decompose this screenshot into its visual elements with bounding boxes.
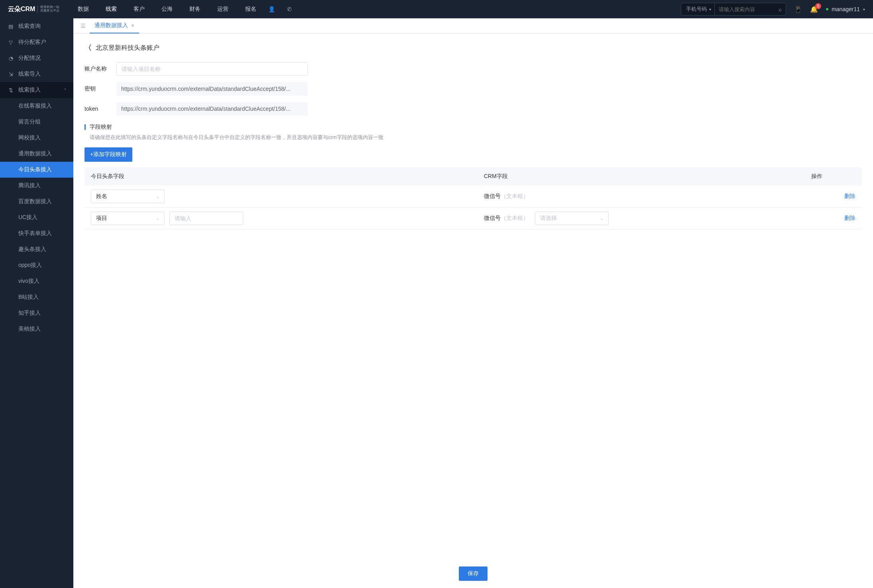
th-crm: CRM字段: [478, 167, 805, 186]
toutiao-field-select[interactable]: 项目⌄: [91, 212, 165, 225]
tab-menu-icon[interactable]: ☰: [77, 23, 90, 29]
sidebar-icon: ⇲: [7, 71, 14, 77]
device-icon[interactable]: 📱: [794, 6, 802, 13]
sidebar-sub-item[interactable]: 通用数据接入: [0, 146, 73, 162]
chevron-down-icon: ▾: [863, 7, 865, 12]
sidebar-item[interactable]: ◔分配情况: [0, 50, 73, 66]
sidebar-sub-item[interactable]: 留言分组: [0, 114, 73, 130]
nav-item[interactable]: 财务: [189, 6, 201, 13]
top-header: 云朵CRM 教育机构一站 式服务云平台 数据线索客户公海财务运营报名 👤 ✆ 手…: [0, 0, 873, 18]
sidebar-sub-item[interactable]: 知乎接入: [0, 305, 73, 321]
page-header: 〈 北京昱新科技头条账户: [85, 43, 862, 53]
user-menu[interactable]: manager11 ▾: [826, 6, 865, 12]
sidebar-item[interactable]: ⇲线索导入: [0, 66, 73, 82]
sidebar-sub-item[interactable]: 网校接入: [0, 130, 73, 146]
nav-item[interactable]: 线索: [106, 6, 117, 13]
sidebar-item[interactable]: ▽待分配客户: [0, 34, 73, 50]
account-name-label: 账户名称: [85, 65, 116, 73]
search-category-select[interactable]: 手机号码: [681, 3, 715, 15]
sidebar-sub-item[interactable]: 腾讯接入: [0, 178, 73, 194]
main-nav: 数据线索客户公海财务运营报名: [78, 6, 256, 13]
sidebar-sub-item[interactable]: vivo接入: [0, 273, 73, 289]
phone-icon[interactable]: ✆: [287, 6, 292, 12]
crm-field-select[interactable]: 请选择⌄: [535, 212, 609, 225]
table-row: 项目⌄微信号（文本框）请选择⌄删除: [85, 208, 862, 229]
main-panel: ☰ 通用数据接入 × 〈 北京昱新科技头条账户 账户名称 密钥 https://…: [73, 18, 873, 588]
token-label: token: [85, 106, 116, 112]
tab-bar: ☰ 通用数据接入 ×: [73, 18, 873, 33]
nav-item[interactable]: 运营: [217, 6, 228, 13]
sidebar-icon: ▤: [7, 24, 14, 29]
sidebar-sub-item[interactable]: 今日头条接入: [0, 162, 73, 178]
sidebar-icon: ▽: [7, 39, 14, 45]
chevron-up-icon: ˄: [64, 88, 66, 92]
table-row: 姓名⌄微信号（文本框）删除: [85, 186, 862, 208]
chevron-down-icon: ⌄: [600, 216, 604, 221]
field-mapping-desc: 请确保您在此填写的头条自定义字段名称与在今日头条平台中自定义的字段名称一致，并且…: [90, 134, 862, 141]
user-plus-icon[interactable]: 👤: [268, 6, 275, 12]
sidebar-item-expandable[interactable]: ⇅线索接入˄: [0, 82, 73, 98]
content: 〈 北京昱新科技头条账户 账户名称 密钥 https://crm.yunduoc…: [73, 33, 873, 559]
nav-item[interactable]: 公海: [161, 6, 173, 13]
logo-sub: 教育机构一站 式服务云平台: [37, 6, 59, 13]
sidebar-sub-item[interactable]: 百度数据接入: [0, 194, 73, 210]
toutiao-extra-input[interactable]: [169, 212, 243, 225]
save-button[interactable]: 保存: [459, 566, 488, 581]
th-action: 操作: [805, 167, 862, 186]
section-bar-icon: [85, 124, 86, 130]
search-input[interactable]: [715, 6, 775, 12]
token-display[interactable]: https://crm.yunduocrm.com/externalData/s…: [116, 102, 308, 116]
delete-link[interactable]: 删除: [844, 215, 855, 221]
sidebar-item[interactable]: ▤线索查询: [0, 18, 73, 34]
tab-close-icon[interactable]: ×: [131, 22, 134, 29]
secret-display[interactable]: https://crm.yunduocrm.com/externalData/s…: [116, 82, 308, 96]
mapping-table: 今日头条字段 CRM字段 操作 姓名⌄微信号（文本框）删除项目⌄微信号（文本框）…: [85, 167, 862, 229]
logo: 云朵CRM 教育机构一站 式服务云平台: [8, 5, 66, 14]
sidebar-sub-item[interactable]: 在线客服接入: [0, 98, 73, 114]
page-title: 北京昱新科技头条账户: [96, 44, 159, 52]
th-toutiao: 今日头条字段: [85, 167, 478, 186]
search-box: 手机号码 ⌕: [681, 3, 786, 16]
tab-label: 通用数据接入: [94, 22, 128, 29]
sidebar-icon: ⇅: [7, 87, 14, 93]
footer: 保存: [73, 559, 873, 588]
notifications[interactable]: 🔔 5: [810, 6, 818, 13]
search-icon[interactable]: ⌕: [775, 6, 786, 12]
add-field-mapping-button[interactable]: +添加字段映射: [85, 147, 132, 162]
user-name: manager11: [832, 6, 860, 12]
sidebar-sub-item[interactable]: 美柚接入: [0, 321, 73, 337]
notification-badge: 5: [815, 3, 821, 9]
toutiao-field-select[interactable]: 姓名⌄: [91, 190, 165, 203]
secret-label: 密钥: [85, 85, 116, 92]
back-icon[interactable]: 〈: [85, 43, 92, 53]
nav-item[interactable]: 客户: [134, 6, 145, 13]
tab-active[interactable]: 通用数据接入 ×: [90, 18, 139, 33]
sidebar-sub-item[interactable]: 快手表单接入: [0, 225, 73, 241]
sidebar-sub-item[interactable]: oppo接入: [0, 257, 73, 273]
delete-link[interactable]: 删除: [844, 193, 855, 199]
sidebar-icon: ◔: [7, 55, 14, 61]
nav-item[interactable]: 报名: [245, 6, 256, 13]
logo-text: 云朵CRM: [8, 5, 35, 14]
sidebar-sub-item[interactable]: 趣头条接入: [0, 241, 73, 257]
header-right: 手机号码 ⌕ 📱 🔔 5 manager11 ▾: [681, 3, 865, 16]
sidebar: ▤线索查询▽待分配客户◔分配情况⇲线索导入⇅线索接入˄在线客服接入留言分组网校接…: [0, 18, 73, 588]
sidebar-sub-item[interactable]: B站接入: [0, 289, 73, 305]
sidebar-sub-item[interactable]: UC接入: [0, 210, 73, 225]
status-dot-icon: [826, 8, 828, 10]
chevron-down-icon: ⌄: [156, 194, 159, 199]
nav-item[interactable]: 数据: [78, 6, 89, 13]
chevron-down-icon: ⌄: [156, 216, 159, 221]
account-name-input[interactable]: [116, 62, 308, 76]
field-mapping-title: 字段映射: [85, 123, 862, 131]
